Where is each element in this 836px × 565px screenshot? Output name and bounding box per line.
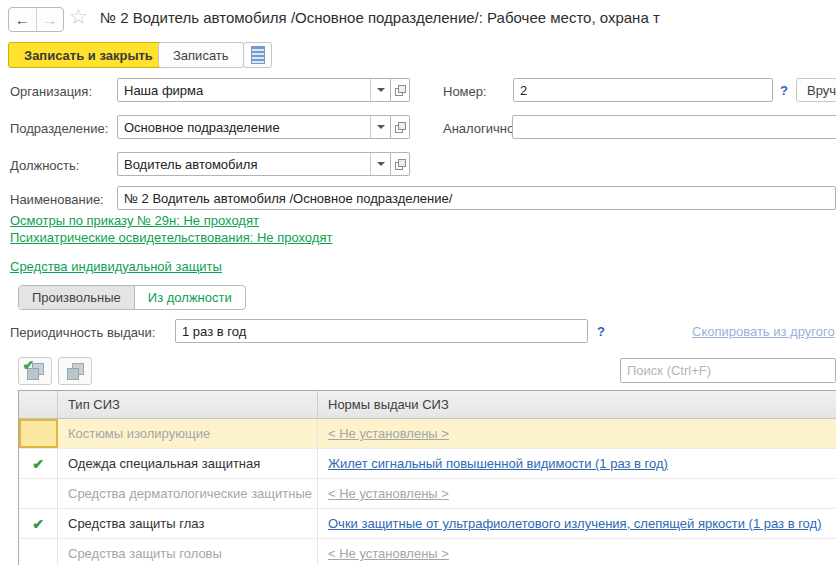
flag-column-header [19, 391, 58, 418]
chevron-down-icon [377, 125, 385, 129]
periodicity-label: Периодичность выдачи: [10, 325, 155, 340]
norm-not-set-link[interactable]: < Не установлены > [328, 486, 449, 501]
row-flag-cell[interactable] [19, 539, 58, 565]
page-title: № 2 Водитель автомобиля /Основное подраз… [100, 9, 836, 26]
norm-not-set-link[interactable]: < Не установлены > [328, 426, 449, 441]
norm-link[interactable]: Очки защитные от ультрафиолетового излуч… [328, 516, 821, 531]
number-input[interactable] [513, 78, 773, 102]
tab-custom[interactable]: Произвольные [19, 286, 135, 309]
ppe-type-cell: Одежда специальная защитная [58, 449, 318, 478]
position-combobox[interactable]: Водитель автомобиля [117, 152, 391, 176]
organization-dropdown-button[interactable] [370, 79, 390, 101]
row-flag-cell[interactable] [19, 419, 58, 448]
type-column-header[interactable]: Тип СИЗ [58, 391, 318, 418]
row-flag-cell[interactable] [19, 479, 58, 508]
norm-link[interactable]: Жилет сигнальный повышенной видимости (1… [328, 456, 668, 471]
number-label: Номер: [443, 84, 487, 99]
position-dropdown-button[interactable] [370, 153, 390, 175]
organization-label: Организация: [10, 84, 92, 99]
more-list-button[interactable] [243, 42, 272, 68]
ppe-mode-tabs: Произвольные Из должности [18, 285, 246, 310]
check-icon: ✔ [32, 456, 44, 472]
ppe-type-cell: Средства защиты глаз [58, 509, 318, 538]
chevron-down-icon [377, 88, 385, 92]
norm-column-header[interactable]: Нормы выдачи СИЗ [318, 391, 836, 418]
similar-input[interactable] [512, 115, 836, 139]
table-row[interactable]: Средства защиты головы < Не установлены … [19, 539, 836, 565]
organization-combobox[interactable]: Наша фирма [117, 78, 391, 102]
favorite-star-icon[interactable]: ☆ [69, 5, 88, 29]
department-open-button[interactable] [391, 115, 410, 139]
save-and-close-button[interactable]: Записать и закрыть [8, 42, 169, 68]
row-flag-cell[interactable]: ✔ [19, 509, 58, 538]
set-flags-icon: ✔ [27, 363, 44, 380]
table-row[interactable]: ✔ Одежда специальная защитная Жилет сигн… [19, 449, 836, 479]
table-row[interactable]: Средства дерматологические защитные < Не… [19, 479, 836, 509]
back-arrow-icon[interactable]: ← [9, 8, 37, 31]
clear-flags-button[interactable] [58, 357, 92, 385]
tab-from-position[interactable]: Из должности [135, 286, 245, 309]
check-icon: ✔ [23, 357, 35, 373]
open-window-icon [395, 122, 406, 133]
ppe-type-cell: Средства дерматологические защитные [58, 479, 318, 508]
similar-label: Аналогично: [443, 121, 518, 136]
forward-arrow-icon[interactable]: → [37, 8, 64, 31]
list-icon [251, 46, 265, 64]
workplace-card-window: ← → ☆ № 2 Водитель автомобиля /Основное … [0, 0, 836, 565]
clear-flags-icon [67, 363, 84, 380]
history-nav-group: ← → [8, 7, 64, 32]
number-help-icon[interactable]: ? [780, 83, 788, 98]
name-label: Наименование: [10, 192, 104, 207]
department-combobox[interactable]: Основное подразделение [117, 115, 391, 139]
ppe-section-link[interactable]: Средства индивидуальной защиты [10, 259, 222, 274]
department-value: Основное подразделение [118, 116, 370, 138]
table-header-row: Тип СИЗ Нормы выдачи СИЗ [19, 391, 836, 419]
department-label: Подразделение: [10, 121, 108, 136]
open-window-icon [395, 159, 406, 170]
position-label: Должность: [10, 158, 79, 173]
check-icon: ✔ [32, 516, 44, 532]
row-flag-cell[interactable]: ✔ [19, 449, 58, 478]
search-input[interactable] [620, 358, 836, 383]
department-dropdown-button[interactable] [370, 116, 390, 138]
open-window-icon [395, 85, 406, 96]
name-input[interactable] [117, 186, 836, 210]
manual-number-button[interactable]: Вруч [796, 78, 836, 102]
ppe-type-cell: Средства защиты головы [58, 539, 318, 565]
psychiatric-exams-link[interactable]: Психиатрические освидетельствования: Не … [10, 230, 332, 245]
ppe-type-cell: Костюмы изолирующие [58, 419, 318, 448]
periodicity-help-icon[interactable]: ? [597, 324, 605, 339]
position-open-button[interactable] [391, 152, 410, 176]
save-button[interactable]: Записать [158, 42, 244, 68]
norm-not-set-link[interactable]: < Не установлены > [328, 546, 449, 561]
copy-from-other-link[interactable]: Скопировать из другого [692, 324, 836, 339]
table-row[interactable]: ✔ Средства защиты глаз Очки защитные от … [19, 509, 836, 539]
medical-exams-link[interactable]: Осмотры по приказу № 29н: Не проходят [10, 213, 259, 228]
position-value: Водитель автомобиля [118, 153, 370, 175]
periodicity-input[interactable] [175, 319, 588, 343]
ppe-table: Тип СИЗ Нормы выдачи СИЗ Костюмы изолиру… [18, 390, 836, 565]
organization-open-button[interactable] [391, 78, 410, 102]
table-row[interactable]: Костюмы изолирующие < Не установлены > [19, 419, 836, 449]
organization-value: Наша фирма [118, 79, 370, 101]
set-flags-button[interactable]: ✔ [18, 357, 52, 385]
chevron-down-icon [377, 162, 385, 166]
